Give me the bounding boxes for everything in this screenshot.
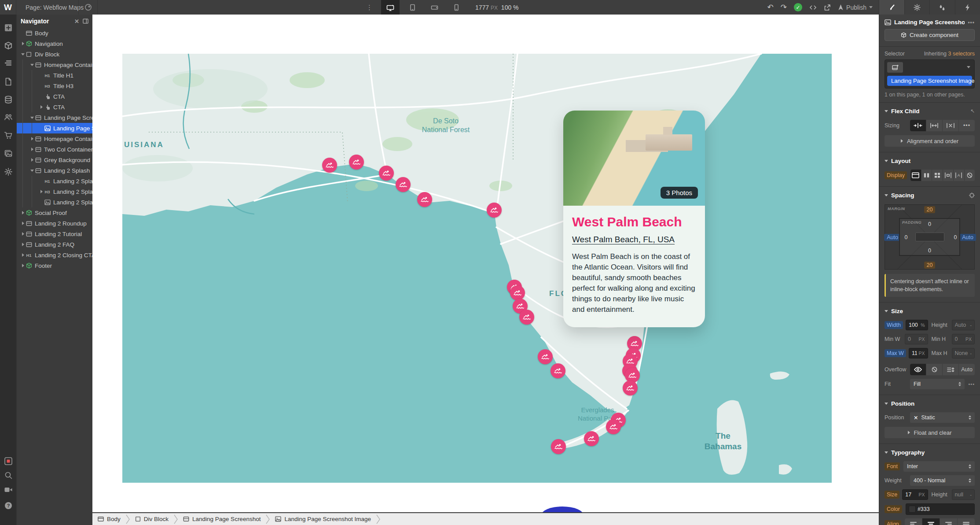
margin-left-value[interactable]: Auto — [884, 234, 901, 241]
weight-select[interactable]: 400 - Normal — [910, 475, 975, 486]
display-block-button[interactable] — [910, 170, 921, 181]
navigator-item-homepage-container[interactable]: Homepage Container — [17, 133, 92, 144]
location-card[interactable]: 3 Photos West Palm Beach West Palm Beach… — [563, 111, 705, 327]
navigator-item-landing-2-roundup[interactable]: Landing 2 Roundup — [17, 218, 92, 229]
expand-right-icon[interactable] — [20, 264, 26, 267]
navigator-item-div-block[interactable]: Div Block — [17, 49, 92, 59]
navigator-item-landing-2-tutorial[interactable]: Landing 2 Tutorial — [17, 229, 92, 239]
color-swatch[interactable] — [909, 506, 916, 513]
expand-right-icon[interactable] — [20, 232, 26, 236]
margin-right-value[interactable]: Auto — [959, 234, 976, 241]
navigator-close-icon[interactable]: ✕ — [74, 18, 79, 25]
fit-select[interactable]: Fill — [910, 379, 965, 389]
navigator-item-landing-2-splash[interactable]: Landing 2 Splash — [17, 165, 92, 176]
max-height-field[interactable]: None- — [952, 348, 975, 359]
map-marker-swim[interactable] — [623, 381, 638, 396]
typography-header[interactable]: Typography — [885, 447, 975, 458]
pages-icon[interactable] — [5, 78, 12, 86]
max-width-label[interactable]: Max W — [885, 349, 906, 357]
spacing-settings-icon[interactable] — [969, 192, 975, 198]
navigator-item-title-h1[interactable]: H1Title H1 — [17, 70, 92, 81]
display-inline-button[interactable]: A — [953, 170, 964, 181]
selector-input[interactable]: Landing Page Screenshot Image — [885, 59, 975, 89]
align-justify-button[interactable] — [957, 518, 975, 525]
search-icon[interactable] — [4, 471, 12, 479]
position-select[interactable]: ✕ Static — [910, 412, 975, 423]
size-header[interactable]: Size — [885, 306, 975, 316]
padding-left-value[interactable]: 0 — [902, 234, 910, 241]
tab-interactions-panel[interactable] — [955, 0, 980, 15]
map-marker-swim[interactable] — [322, 158, 337, 173]
tab-style-panel[interactable] — [879, 0, 904, 15]
navigator-item-landing-2-faq[interactable]: Landing 2 FAQ — [17, 239, 92, 250]
help-icon[interactable]: ? — [4, 502, 12, 510]
navigator-item-homepage-container[interactable]: Homepage Container — [17, 59, 92, 70]
redo-icon[interactable]: ↷ — [781, 3, 787, 12]
overflow-visible-button[interactable] — [910, 364, 926, 375]
expand-right-icon[interactable] — [20, 243, 26, 246]
map-marker-swim[interactable] — [379, 166, 394, 181]
saved-status-icon[interactable]: ✓ — [794, 3, 802, 11]
ecommerce-icon[interactable] — [4, 132, 12, 139]
inheriting-info[interactable]: Inheriting 3 selectors — [924, 51, 975, 57]
expand-right-icon[interactable] — [29, 148, 35, 151]
expand-right-icon[interactable] — [20, 211, 26, 214]
padding-bottom-value[interactable]: 0 — [925, 247, 934, 254]
navigator-item-landing-2-closing-cta[interactable]: H1Landing 2 Closing CTA — [17, 250, 92, 260]
share-icon[interactable] — [824, 4, 831, 11]
expand-down-icon[interactable] — [29, 64, 35, 66]
settings-icon[interactable] — [4, 168, 12, 176]
line-height-label[interactable]: Height — [932, 492, 949, 498]
map-marker-swim[interactable] — [584, 431, 599, 446]
padding-top-value[interactable]: 0 — [925, 221, 934, 228]
record-icon[interactable] — [4, 457, 13, 466]
font-select[interactable]: Inter — [903, 461, 975, 472]
webflow-logo[interactable]: W — [0, 0, 16, 15]
navigator-item-footer[interactable]: Footer — [17, 260, 92, 271]
navigator-item-cta[interactable]: CTA — [17, 91, 92, 102]
cms-icon[interactable] — [4, 96, 12, 104]
align-label[interactable]: Align — [885, 520, 901, 525]
min-width-label[interactable]: Min W — [885, 336, 902, 342]
sizing-grow-button[interactable] — [926, 120, 942, 131]
expand-down-icon[interactable] — [29, 170, 35, 172]
breadcrumb-item-div-block[interactable]: Div Block — [135, 516, 169, 522]
navigator-item-landing-page-screenshot-image[interactable]: Landing Page Screenshot Image — [17, 123, 92, 133]
page-selector[interactable]: Page: Webflow Maps — [26, 0, 84, 15]
fit-more-icon[interactable]: ••• — [968, 381, 975, 387]
min-width-field[interactable]: 0PX — [905, 334, 928, 344]
tab-settings-panel[interactable] — [904, 0, 930, 15]
align-left-button[interactable] — [905, 518, 922, 525]
color-label[interactable]: Color — [885, 505, 902, 513]
expand-down-icon[interactable] — [20, 53, 26, 55]
float-and-clear-button[interactable]: Float and clear — [885, 427, 975, 438]
breakpoint-mobile-landscape-icon[interactable] — [425, 0, 444, 15]
design-canvas[interactable]: UISIANA De SotoNational Forest FLORIDA E… — [92, 15, 879, 512]
display-inline-block-button[interactable] — [943, 170, 954, 181]
overflow-scroll-button[interactable] — [942, 364, 958, 375]
map-marker-swim[interactable] — [551, 363, 565, 378]
expand-right-icon[interactable] — [20, 42, 26, 45]
users-icon[interactable] — [4, 114, 12, 121]
style-panel-menu-icon[interactable]: ••• — [968, 19, 975, 26]
map-marker-swim[interactable] — [417, 192, 432, 207]
expand-right-icon[interactable] — [29, 137, 35, 140]
navigator-item-landing-2-splash-h1[interactable]: H1Landing 2 Splash H1 — [17, 176, 92, 186]
navigator-item-title-h3[interactable]: H3Title H3 — [17, 81, 92, 91]
alignment-and-order-button[interactable]: Alignment and order — [885, 135, 975, 147]
layout-header[interactable]: Layout — [885, 155, 975, 166]
height-label[interactable]: Height — [932, 322, 949, 328]
expand-right-icon[interactable] — [39, 105, 44, 109]
height-field[interactable]: Auto- — [952, 320, 975, 330]
spacing-header[interactable]: Spacing — [885, 190, 975, 200]
map-marker-swim[interactable] — [510, 285, 525, 300]
map-marker-swim[interactable] — [625, 368, 640, 383]
display-label[interactable]: Display — [885, 171, 907, 179]
color-field[interactable]: #333 — [906, 503, 975, 515]
line-height-field[interactable]: null- — [952, 489, 975, 500]
navigator-item-landing-page-screenshot[interactable]: Landing Page Screenshot — [17, 112, 92, 123]
navigator-item-navigation[interactable]: Navigation — [17, 38, 92, 49]
min-height-label[interactable]: Min H — [932, 336, 949, 342]
breadcrumb-item-landing-page-screenshot-image[interactable]: Landing Page Screenshot Image — [275, 516, 371, 522]
canvas-menu-icon[interactable]: ⋮ — [362, 4, 378, 11]
